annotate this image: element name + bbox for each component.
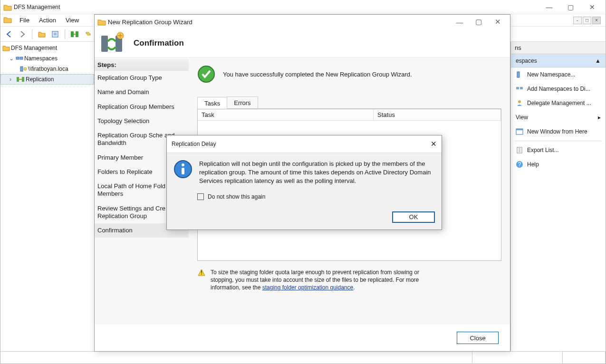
svg-point-14: [518, 100, 521, 103]
info-icon: [173, 160, 192, 186]
tree-replication[interactable]: › Replication: [0, 74, 94, 85]
wizard-maximize-button[interactable]: ▢: [469, 15, 488, 29]
svg-text:!: !: [201, 269, 202, 276]
svg-rect-6: [20, 57, 23, 59]
svg-rect-13: [520, 87, 523, 89]
step-item[interactable]: Topology Selection: [95, 114, 189, 128]
minimize-button[interactable]: —: [539, 0, 560, 14]
add-icon: [516, 85, 523, 93]
corner-close-icon[interactable]: ×: [592, 17, 601, 24]
folder-icon: [3, 3, 12, 11]
tree-namespaces-label: Namespaces: [24, 55, 58, 62]
main-title: DFS Management: [14, 4, 60, 10]
action-label: Add Namespaces to Di...: [527, 86, 590, 92]
svg-rect-20: [101, 36, 108, 52]
step-item[interactable]: Replication Group Members: [95, 100, 189, 114]
action-view[interactable]: View ▸: [511, 110, 606, 125]
nav-tree: DFS Management ⌄ Namespaces \\firatboyan…: [0, 42, 95, 351]
svg-point-27: [182, 163, 184, 166]
folder-icon: [3, 16, 12, 23]
action-new-window[interactable]: New Window from Here: [511, 125, 606, 139]
replication-art-icon: [99, 32, 126, 55]
staging-guidance-link[interactable]: staging folder optimization guidance: [262, 284, 353, 291]
menu-file[interactable]: File: [15, 15, 34, 26]
step-item[interactable]: Replication Group Type: [95, 71, 189, 85]
success-text: You have successfully completed the New …: [223, 71, 412, 78]
dialog-titlebar: Replication Delay ✕: [167, 135, 442, 153]
user-icon: [516, 99, 523, 107]
menu-view[interactable]: View: [61, 15, 84, 26]
export-icon: [516, 146, 523, 154]
folder-icon: [97, 18, 106, 26]
expand-toggle[interactable]: ⌄: [9, 55, 15, 62]
checkbox-label: Do not show this again: [208, 193, 265, 200]
collapse-icon: ▲: [595, 57, 601, 64]
tool-properties-icon[interactable]: [49, 29, 61, 40]
success-check-icon: [197, 65, 215, 83]
menu-action[interactable]: Action: [34, 15, 61, 26]
statusbar: [0, 351, 606, 364]
wizard-tabs: Tasks Errors: [197, 96, 501, 109]
action-new-namespace[interactable]: New Namespace...: [511, 67, 606, 82]
dialog-close-button[interactable]: ✕: [431, 140, 437, 148]
tab-tasks[interactable]: Tasks: [197, 97, 227, 109]
tool-replication-icon[interactable]: [69, 29, 80, 40]
action-label: Delegate Management ...: [527, 100, 591, 106]
action-delegate[interactable]: Delegate Management ...: [511, 96, 606, 110]
step-item[interactable]: Name and Domain: [95, 85, 189, 99]
tool-folder-icon[interactable]: [36, 29, 48, 40]
corner-restore-icon[interactable]: □: [583, 17, 591, 24]
ok-button[interactable]: OK: [392, 211, 435, 223]
tree-namespaces[interactable]: ⌄ Namespaces: [0, 53, 94, 64]
action-help[interactable]: ? Help: [511, 157, 606, 172]
back-button[interactable]: [3, 29, 15, 40]
wizard-minimize-button[interactable]: —: [450, 15, 469, 29]
replication-icon: [16, 76, 25, 83]
col-task: Task: [198, 109, 374, 120]
help-icon: ?: [516, 161, 523, 168]
svg-text:?: ?: [518, 161, 521, 168]
svg-rect-9: [17, 77, 19, 82]
tool-add-icon[interactable]: [82, 29, 94, 40]
actions-group-label: espaces: [516, 57, 537, 64]
svg-rect-12: [516, 87, 519, 89]
window-icon: [516, 128, 523, 135]
action-label: New Window from Here: [527, 128, 587, 135]
action-export[interactable]: Export List...: [511, 143, 606, 157]
server-icon: [19, 66, 27, 72]
success-row: You have successfully completed the New …: [197, 65, 501, 83]
corner-buttons: - □ ×: [573, 17, 601, 24]
tree-replication-label: Replication: [26, 76, 54, 83]
main-winbuttons: — ▢ ✕: [539, 0, 603, 14]
server-icon: [516, 71, 523, 78]
maximize-button[interactable]: ▢: [560, 0, 581, 14]
corner-minimize-icon[interactable]: -: [573, 17, 582, 24]
expand-toggle[interactable]: ›: [10, 76, 15, 83]
svg-rect-3: [71, 31, 74, 37]
tree-namespace-item[interactable]: \\firatboyan.loca: [0, 64, 94, 74]
svg-rect-11: [517, 72, 519, 77]
warning-icon: !: [197, 268, 206, 292]
wizard-header: Confirmation: [95, 29, 510, 57]
svg-rect-26: [182, 168, 184, 174]
chevron-right-icon: ▸: [598, 114, 601, 121]
tree-root-label: DFS Management: [11, 45, 57, 51]
actions-panel: ns espaces ▲ New Namespace... Add Namesp…: [510, 42, 606, 351]
wizard-footer: Close: [95, 325, 510, 351]
close-button[interactable]: ✕: [581, 0, 603, 14]
action-add-namespaces[interactable]: Add Namespaces to Di...: [511, 82, 606, 96]
actions-group-header[interactable]: espaces ▲: [511, 54, 606, 67]
wizard-close-button[interactable]: ✕: [488, 15, 507, 29]
wizard-titlebar: New Replication Group Wizard — ▢ ✕: [95, 15, 510, 29]
checkbox[interactable]: [197, 193, 204, 200]
dialog-message: Replication will not begin until the con…: [173, 160, 434, 186]
close-button[interactable]: Close: [457, 332, 499, 344]
svg-rect-5: [16, 57, 19, 59]
action-label: New Namespace...: [527, 71, 575, 78]
forward-button[interactable]: [17, 29, 28, 40]
tab-errors[interactable]: Errors: [227, 96, 258, 108]
wizard-section-title: Confirmation: [134, 38, 184, 48]
do-not-show-row[interactable]: Do not show this again: [197, 193, 434, 200]
tree-root[interactable]: DFS Management: [0, 43, 94, 53]
svg-point-8: [24, 67, 27, 70]
